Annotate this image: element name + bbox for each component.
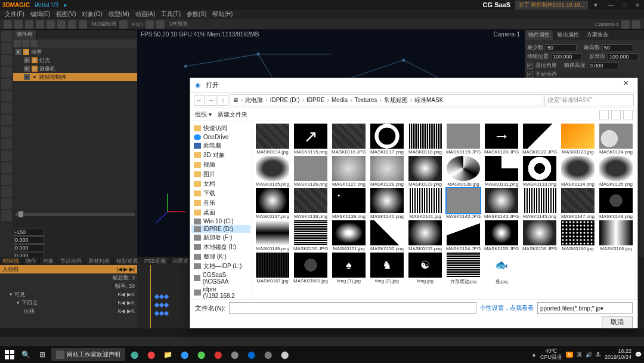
spinner-input[interactable] (14, 229, 44, 236)
file-item[interactable]: MASK0133.png (522, 156, 558, 187)
filename-input[interactable] (229, 302, 476, 314)
props-tab[interactable]: 物件属性 (525, 30, 554, 40)
tool-icon[interactable] (119, 20, 128, 29)
tool-icon[interactable] (1, 31, 12, 42)
app-icon[interactable]: ⬤ (193, 347, 209, 362)
sidebar-item[interactable]: 3D 对象 (191, 150, 250, 160)
checkbox[interactable] (527, 72, 533, 78)
tree-row[interactable]: ▸●摄像机 (13, 64, 137, 73)
file-item[interactable]: MASK0135.png (598, 156, 634, 187)
app-icon[interactable]: 📁 (160, 347, 175, 362)
sidebar-item[interactable]: 新加卷 (F:) (191, 233, 250, 242)
tool-icon[interactable] (1, 43, 12, 54)
file-item[interactable]: MASK0119.JPG (445, 124, 481, 155)
tool-icon[interactable] (1, 115, 12, 125)
tray-icon[interactable]: ▲ (531, 352, 537, 358)
file-item[interactable]: MASK0122.JPG (522, 124, 558, 155)
app-icon[interactable]: ⬤ (143, 347, 159, 362)
tool-icon[interactable] (632, 20, 640, 29)
timeline-tab[interactable]: 素材列表 (85, 257, 113, 265)
menu-item[interactable]: 模型(M) (109, 10, 129, 19)
sidebar-item[interactable]: 快速访问 (191, 124, 250, 133)
timeline-tab[interactable]: 节点动画 (57, 257, 85, 265)
file-item[interactable]: MASK0141.jpg (407, 188, 443, 219)
menu-item[interactable]: 文件(F) (5, 10, 24, 19)
camera-select[interactable]: Camera-1 (595, 21, 619, 27)
crumb-item[interactable]: IDPRE (306, 97, 325, 103)
tool-icon[interactable] (14, 20, 23, 29)
prop-input[interactable] (602, 44, 633, 51)
clock[interactable]: 16:222019/10/24 (605, 349, 631, 361)
view-button[interactable] (599, 110, 609, 119)
new-folder-button[interactable]: 新建文件夹 (218, 110, 247, 119)
file-item[interactable]: MASK0127.png (331, 156, 367, 187)
keyframe-buttons[interactable]: K◀ ▶K (117, 308, 135, 314)
file-item[interactable]: MASK0147.png (560, 188, 596, 219)
file-item[interactable]: MASK0115.png (293, 124, 329, 155)
file-item[interactable]: MASK0166.jpg (598, 220, 634, 251)
spinner-input[interactable] (14, 236, 44, 244)
menu-item[interactable]: 对象(O) (82, 10, 102, 19)
file-item[interactable]: MASK0125.png (255, 156, 290, 187)
sidebar-item[interactable]: 此电脑 (191, 141, 250, 150)
props-tab[interactable]: 输出属性 (554, 30, 583, 40)
crumb-item[interactable]: Textures (355, 97, 377, 103)
tool-icon[interactable] (1, 127, 12, 137)
sidebar-item[interactable]: IDPRE (D:) (191, 225, 250, 233)
sidebar-item[interactable]: OneDrive (191, 133, 250, 141)
crumb-item[interactable]: Media (332, 97, 348, 103)
sidebar-item[interactable]: 音乐 (191, 198, 250, 208)
doc-tab[interactable]: 在丁 软件制作2021-10-10... (515, 1, 588, 10)
playhead[interactable] (150, 265, 151, 328)
tool-icon[interactable] (1, 67, 12, 78)
tool-icon[interactable] (47, 20, 55, 29)
tray-icon[interactable]: 🖧 (596, 352, 601, 358)
file-item[interactable]: MASK0148.png (598, 188, 634, 219)
tool-icon[interactable] (1, 79, 12, 90)
sidebar-item[interactable]: 桌面 (191, 208, 250, 217)
timeline-tab[interactable]: 时间线 (0, 257, 23, 265)
search-icon[interactable]: 🔍 (18, 347, 33, 362)
file-item[interactable]: MASK0117.png (369, 124, 405, 155)
file-item[interactable]: MASK0139.png (331, 188, 367, 219)
prop-input[interactable] (588, 62, 619, 69)
tool-icon[interactable] (1, 162, 12, 173)
sidebar-item[interactable]: Win 10 (C:) (191, 217, 250, 225)
tool-icon[interactable] (4, 20, 12, 29)
view-button[interactable] (611, 110, 621, 119)
breadcrumb[interactable]: 🖥›此电脑›IDPRE (D:)›IDPRE›Media›Textures›常规… (230, 94, 543, 106)
spinner-input[interactable] (14, 244, 44, 251)
file-item[interactable]: MASK03500.jpg (293, 253, 329, 285)
tree-tool-icon[interactable] (30, 40, 38, 47)
menu-item[interactable]: 参数(S) (187, 10, 206, 19)
tool-icon[interactable] (1, 55, 12, 66)
search-input[interactable]: 搜索"标准MASK" (544, 94, 634, 106)
file-item[interactable]: ♠timg (1).jpg (331, 253, 367, 285)
minimize-button[interactable]: — (607, 2, 615, 8)
file-item[interactable]: MASK0131.png (484, 156, 519, 187)
app-icon[interactable]: ⬤ (227, 347, 242, 362)
crumb-item[interactable]: 常规贴图 (384, 96, 408, 104)
crumb-item[interactable]: IDPRE (D:) (270, 97, 300, 103)
menu-item[interactable]: 视图(V) (56, 10, 76, 19)
crumb-item[interactable]: 标准MASK (414, 96, 443, 104)
file-item[interactable]: MASK0134.png (560, 156, 596, 187)
file-item[interactable]: MASK0145.png (522, 188, 558, 219)
settings-link[interactable]: 个性设置，点我看看 (480, 304, 534, 312)
file-item[interactable]: MASK0137.png (255, 188, 290, 219)
file-item[interactable]: MASK0138.png (293, 188, 329, 219)
dialog-sidebar[interactable]: 快速访问OneDrive此电脑3D 对象视频图片文档下载音乐桌面Win 10 (… (190, 121, 252, 299)
file-item[interactable]: MASK0140.png (369, 188, 405, 219)
app-icon[interactable]: ⬤ (277, 347, 292, 362)
file-item[interactable]: MASK0158.JPG (522, 220, 558, 251)
menu-item[interactable]: 编辑(E) (30, 10, 50, 19)
file-item[interactable]: MASK0160.jpg (560, 220, 596, 251)
close-button[interactable]: ✕ (633, 2, 642, 8)
prop-input[interactable] (546, 44, 577, 51)
tree-tool-icon[interactable] (14, 40, 21, 47)
app-icon[interactable]: ⬤ (126, 347, 142, 362)
prop-input[interactable] (551, 53, 582, 60)
app-icon[interactable]: ⬤ (260, 347, 275, 362)
file-item[interactable]: MASK0124.png (598, 124, 634, 155)
file-item[interactable]: MASK0152.png (369, 220, 405, 251)
